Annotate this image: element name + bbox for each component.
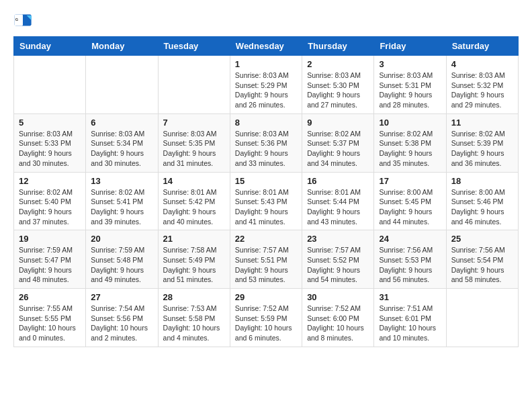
- calendar-cell: 17Sunrise: 8:00 AM Sunset: 5:45 PM Dayli…: [374, 172, 446, 230]
- calendar-cell: 27Sunrise: 7:54 AM Sunset: 5:56 PM Dayli…: [86, 289, 158, 347]
- calendar: SundayMondayTuesdayWednesdayThursdayFrid…: [13, 36, 519, 347]
- calendar-cell: 16Sunrise: 8:01 AM Sunset: 5:44 PM Dayli…: [302, 172, 374, 230]
- calendar-cell: 2Sunrise: 8:03 AM Sunset: 5:30 PM Daylig…: [302, 56, 374, 114]
- day-info: Sunrise: 7:58 AM Sunset: 5:49 PM Dayligh…: [163, 245, 225, 285]
- logo: G: [13, 11, 35, 30]
- calendar-cell: [86, 56, 158, 114]
- calendar-cell: 7Sunrise: 8:03 AM Sunset: 5:35 PM Daylig…: [158, 113, 230, 172]
- day-number: 30: [307, 292, 369, 302]
- calendar-cell: 12Sunrise: 8:02 AM Sunset: 5:40 PM Dayli…: [14, 172, 86, 230]
- day-number: 31: [379, 292, 441, 302]
- day-number: 4: [451, 59, 513, 69]
- day-info: Sunrise: 8:03 AM Sunset: 5:36 PM Dayligh…: [235, 129, 297, 169]
- day-info: Sunrise: 8:03 AM Sunset: 5:31 PM Dayligh…: [379, 71, 441, 110]
- day-info: Sunrise: 8:00 AM Sunset: 5:46 PM Dayligh…: [451, 187, 513, 227]
- calendar-cell: 25Sunrise: 7:56 AM Sunset: 5:54 PM Dayli…: [446, 230, 518, 289]
- calendar-week-row: 12Sunrise: 8:02 AM Sunset: 5:40 PM Dayli…: [14, 172, 519, 230]
- day-info: Sunrise: 7:59 AM Sunset: 5:48 PM Dayligh…: [91, 245, 152, 285]
- day-info: Sunrise: 8:02 AM Sunset: 5:38 PM Dayligh…: [379, 129, 441, 169]
- calendar-cell: [158, 56, 230, 114]
- day-number: 5: [19, 118, 81, 128]
- calendar-cell: 30Sunrise: 7:52 AM Sunset: 6:00 PM Dayli…: [302, 289, 374, 347]
- calendar-cell: 18Sunrise: 8:00 AM Sunset: 5:46 PM Dayli…: [446, 172, 518, 230]
- day-number: 14: [163, 176, 225, 186]
- calendar-week-row: 1Sunrise: 8:03 AM Sunset: 5:29 PM Daylig…: [14, 56, 519, 114]
- day-info: Sunrise: 8:03 AM Sunset: 5:33 PM Dayligh…: [19, 129, 81, 169]
- day-number: 12: [19, 176, 81, 186]
- day-number: 19: [19, 234, 81, 244]
- day-info: Sunrise: 8:03 AM Sunset: 5:35 PM Dayligh…: [163, 129, 225, 169]
- calendar-cell: 4Sunrise: 8:03 AM Sunset: 5:32 PM Daylig…: [446, 56, 518, 114]
- day-info: Sunrise: 8:03 AM Sunset: 5:34 PM Dayligh…: [91, 129, 152, 169]
- day-number: 1: [235, 59, 297, 69]
- day-info: Sunrise: 8:03 AM Sunset: 5:29 PM Dayligh…: [235, 71, 297, 110]
- day-info: Sunrise: 7:55 AM Sunset: 5:55 PM Dayligh…: [19, 304, 81, 343]
- day-number: 22: [235, 234, 297, 244]
- calendar-cell: 9Sunrise: 8:02 AM Sunset: 5:37 PM Daylig…: [302, 113, 374, 172]
- day-info: Sunrise: 7:59 AM Sunset: 5:47 PM Dayligh…: [19, 245, 81, 285]
- day-info: Sunrise: 8:01 AM Sunset: 5:44 PM Dayligh…: [307, 187, 369, 227]
- day-info: Sunrise: 7:57 AM Sunset: 5:52 PM Dayligh…: [307, 245, 369, 285]
- calendar-week-row: 5Sunrise: 8:03 AM Sunset: 5:33 PM Daylig…: [14, 113, 519, 172]
- weekday-header: Saturday: [446, 37, 518, 56]
- calendar-cell: 31Sunrise: 7:51 AM Sunset: 6:01 PM Dayli…: [374, 289, 446, 347]
- day-number: 29: [235, 292, 297, 302]
- calendar-cell: 20Sunrise: 7:59 AM Sunset: 5:48 PM Dayli…: [86, 230, 158, 289]
- day-info: Sunrise: 7:52 AM Sunset: 6:00 PM Dayligh…: [307, 304, 369, 343]
- day-info: Sunrise: 7:56 AM Sunset: 5:53 PM Dayligh…: [379, 245, 441, 285]
- day-number: 23: [307, 234, 369, 244]
- logo-icon: G: [13, 11, 32, 30]
- calendar-cell: 1Sunrise: 8:03 AM Sunset: 5:29 PM Daylig…: [230, 56, 302, 114]
- day-info: Sunrise: 8:01 AM Sunset: 5:42 PM Dayligh…: [163, 187, 225, 227]
- weekday-header: Wednesday: [230, 37, 302, 56]
- day-number: 10: [379, 118, 441, 128]
- calendar-cell: 26Sunrise: 7:55 AM Sunset: 5:55 PM Dayli…: [14, 289, 86, 347]
- day-number: 7: [163, 118, 225, 128]
- calendar-cell: 21Sunrise: 7:58 AM Sunset: 5:49 PM Dayli…: [158, 230, 230, 289]
- calendar-cell: 8Sunrise: 8:03 AM Sunset: 5:36 PM Daylig…: [230, 113, 302, 172]
- weekday-header: Thursday: [302, 37, 374, 56]
- day-info: Sunrise: 7:52 AM Sunset: 5:59 PM Dayligh…: [235, 304, 297, 343]
- calendar-cell: 11Sunrise: 8:02 AM Sunset: 5:39 PM Dayli…: [446, 113, 518, 172]
- day-number: 2: [307, 59, 369, 69]
- calendar-cell: 24Sunrise: 7:56 AM Sunset: 5:53 PM Dayli…: [374, 230, 446, 289]
- calendar-cell: [446, 289, 518, 347]
- page: G SundayMondayTuesdayWednesdayThursdayFr…: [0, 0, 532, 411]
- day-number: 17: [379, 176, 441, 186]
- day-number: 18: [451, 176, 513, 186]
- calendar-cell: 29Sunrise: 7:52 AM Sunset: 5:59 PM Dayli…: [230, 289, 302, 347]
- day-info: Sunrise: 7:53 AM Sunset: 5:58 PM Dayligh…: [163, 304, 225, 343]
- calendar-cell: 23Sunrise: 7:57 AM Sunset: 5:52 PM Dayli…: [302, 230, 374, 289]
- day-info: Sunrise: 7:54 AM Sunset: 5:56 PM Dayligh…: [91, 304, 152, 343]
- day-info: Sunrise: 8:03 AM Sunset: 5:30 PM Dayligh…: [307, 71, 369, 110]
- day-number: 11: [451, 118, 513, 128]
- day-info: Sunrise: 8:02 AM Sunset: 5:37 PM Dayligh…: [307, 129, 369, 169]
- calendar-cell: 6Sunrise: 8:03 AM Sunset: 5:34 PM Daylig…: [86, 113, 158, 172]
- calendar-cell: 19Sunrise: 7:59 AM Sunset: 5:47 PM Dayli…: [14, 230, 86, 289]
- calendar-cell: 15Sunrise: 8:01 AM Sunset: 5:43 PM Dayli…: [230, 172, 302, 230]
- calendar-cell: 3Sunrise: 8:03 AM Sunset: 5:31 PM Daylig…: [374, 56, 446, 114]
- day-info: Sunrise: 8:02 AM Sunset: 5:40 PM Dayligh…: [19, 187, 81, 227]
- calendar-cell: 28Sunrise: 7:53 AM Sunset: 5:58 PM Dayli…: [158, 289, 230, 347]
- day-number: 6: [91, 118, 152, 128]
- day-info: Sunrise: 8:00 AM Sunset: 5:45 PM Dayligh…: [379, 187, 441, 227]
- day-number: 16: [307, 176, 369, 186]
- day-info: Sunrise: 7:56 AM Sunset: 5:54 PM Dayligh…: [451, 245, 513, 285]
- calendar-cell: 22Sunrise: 7:57 AM Sunset: 5:51 PM Dayli…: [230, 230, 302, 289]
- calendar-cell: 14Sunrise: 8:01 AM Sunset: 5:42 PM Dayli…: [158, 172, 230, 230]
- calendar-cell: 13Sunrise: 8:02 AM Sunset: 5:41 PM Dayli…: [86, 172, 158, 230]
- day-number: 15: [235, 176, 297, 186]
- day-info: Sunrise: 8:02 AM Sunset: 5:41 PM Dayligh…: [91, 187, 152, 227]
- day-number: 25: [451, 234, 513, 244]
- day-number: 3: [379, 59, 441, 69]
- day-info: Sunrise: 7:57 AM Sunset: 5:51 PM Dayligh…: [235, 245, 297, 285]
- day-number: 24: [379, 234, 441, 244]
- svg-text:G: G: [15, 17, 18, 21]
- day-number: 27: [91, 292, 152, 302]
- calendar-cell: 5Sunrise: 8:03 AM Sunset: 5:33 PM Daylig…: [14, 113, 86, 172]
- calendar-week-row: 19Sunrise: 7:59 AM Sunset: 5:47 PM Dayli…: [14, 230, 519, 289]
- day-number: 8: [235, 118, 297, 128]
- day-info: Sunrise: 8:02 AM Sunset: 5:39 PM Dayligh…: [451, 129, 513, 169]
- day-number: 28: [163, 292, 225, 302]
- day-number: 21: [163, 234, 225, 244]
